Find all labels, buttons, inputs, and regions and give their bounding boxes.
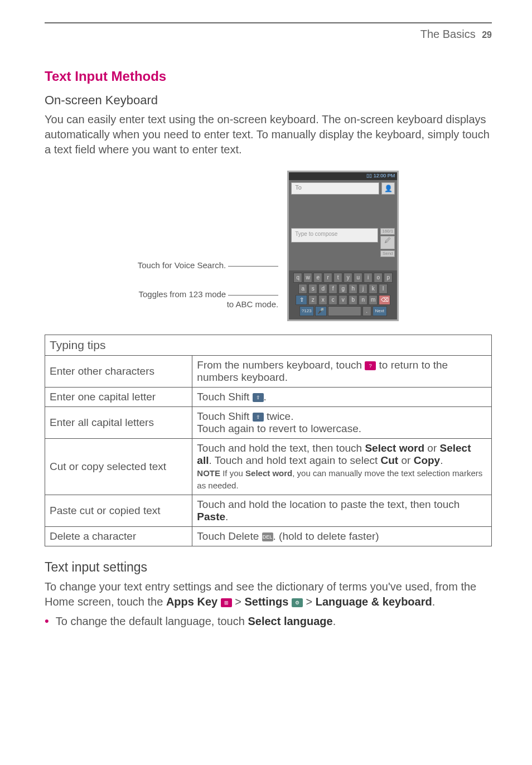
row-content: Touch and hold the location to paste the… <box>192 495 492 527</box>
typing-tips-table: Typing tips Enter other characters From … <box>45 335 492 546</box>
table-row: Delete a character Touch Delete DEL. (ho… <box>45 527 492 546</box>
key-d[interactable]: d <box>318 284 327 294</box>
key-p[interactable]: p <box>384 273 393 283</box>
bullet-icon: • <box>45 615 49 628</box>
to-input[interactable]: To <box>291 182 379 195</box>
key-h[interactable]: h <box>349 284 357 294</box>
status-bar: ▯▯ 12:00 PM <box>289 172 397 180</box>
key-e[interactable]: e <box>313 273 322 283</box>
header-title: The Basics <box>420 28 476 40</box>
onscreen-keyboard-heading: On-screen Keyboard <box>45 93 492 108</box>
key-t[interactable]: t <box>333 273 342 283</box>
section-title: Text Input Methods <box>45 69 492 84</box>
callouts: Touch for Voice Search. Toggles from 123… <box>138 173 278 318</box>
row-label: Enter other characters <box>45 356 192 388</box>
row-content: Touch Delete DEL. (hold to delete faster… <box>192 527 492 546</box>
key-l[interactable]: l <box>379 284 388 294</box>
row-label: Paste cut or copied text <box>45 495 192 527</box>
row-content: Touch Shift ⇧. <box>192 388 492 407</box>
settings-body: To change your text entry settings and s… <box>45 579 492 609</box>
table-row: Enter all capital letters Touch Shift ⇧ … <box>45 407 492 439</box>
page-number: 29 <box>482 30 492 40</box>
key-x[interactable]: x <box>318 295 327 305</box>
onscreen-keyboard-body: You can easily enter text using the on-s… <box>45 112 492 157</box>
table-row: Paste cut or copied text Touch and hold … <box>45 495 492 527</box>
row-label: Delete a character <box>45 527 192 546</box>
key-y[interactable]: y <box>344 273 352 283</box>
table-row: Enter other characters From the numbers … <box>45 356 492 388</box>
key-i[interactable]: i <box>364 273 373 283</box>
key-u[interactable]: u <box>354 273 362 283</box>
figure-area: Touch for Voice Search. Toggles from 123… <box>45 171 492 321</box>
attach-button[interactable]: 🖉 <box>380 236 395 249</box>
status-time: 12:00 PM <box>374 173 395 178</box>
row-label: Enter all capital letters <box>45 407 192 439</box>
bullet-item: • To change the default language, touch … <box>45 615 492 628</box>
key-backspace[interactable]: ⌫ <box>379 295 390 305</box>
key-f[interactable]: f <box>328 284 337 294</box>
table-row: Enter one capital letter Touch Shift ⇧. <box>45 388 492 407</box>
key-m[interactable]: m <box>369 295 378 305</box>
key-j[interactable]: j <box>359 284 367 294</box>
key-q[interactable]: q <box>293 273 302 283</box>
key-w[interactable]: w <box>303 273 312 283</box>
callout-voice: Touch for Voice Search. <box>138 260 278 270</box>
key-next[interactable]: Next <box>373 306 387 316</box>
numbers-key-icon: ?123 <box>365 361 376 370</box>
callout-toggle: Toggles from 123 mode to ABC mode. <box>138 289 278 309</box>
row-label: Cut or copy selected text <box>45 439 192 495</box>
note-label: NOTE <box>197 468 220 478</box>
page-header: The Basics 29 <box>45 28 492 41</box>
delete-icon: DEL <box>262 532 273 541</box>
shift-icon: ⇧ <box>253 413 264 422</box>
keyboard: q w e r t y u i o p a s d f g h j k l <box>289 270 397 319</box>
text-input-settings-heading: Text input settings <box>45 560 492 575</box>
key-b[interactable]: b <box>349 295 357 305</box>
signal-icon: ▯▯ <box>366 173 372 178</box>
key-n[interactable]: n <box>359 295 367 305</box>
row-content: Touch Shift ⇧ twice. Touch again to reve… <box>192 407 492 439</box>
table-row: Cut or copy selected text Touch and hold… <box>45 439 492 495</box>
key-c[interactable]: c <box>328 295 337 305</box>
char-count: 160/1 <box>380 228 395 235</box>
key-k[interactable]: k <box>369 284 378 294</box>
contact-button[interactable]: 👤 <box>381 182 395 195</box>
key-o[interactable]: o <box>374 273 383 283</box>
settings-icon: ⚙ <box>292 598 303 607</box>
row-content: Touch and hold the text, then touch Sele… <box>192 439 492 495</box>
phone-mockup: ▯▯ 12:00 PM To 👤 Type to compose 160/1 🖉… <box>287 171 399 321</box>
key-mode[interactable]: ?123 <box>299 306 314 316</box>
apps-key-icon: ⊞ <box>221 598 232 607</box>
key-z[interactable]: z <box>308 295 317 305</box>
key-shift[interactable]: ⇧ <box>296 295 307 305</box>
key-s[interactable]: s <box>308 284 317 294</box>
key-period[interactable]: . <box>362 306 371 316</box>
compose-input[interactable]: Type to compose <box>291 228 378 243</box>
key-g[interactable]: g <box>338 284 347 294</box>
key-space[interactable] <box>328 306 361 316</box>
key-a[interactable]: a <box>298 284 307 294</box>
table-header: Typing tips <box>45 335 492 356</box>
key-r[interactable]: r <box>323 273 332 283</box>
row-content: From the numbers keyboard, touch ?123 to… <box>192 356 492 388</box>
send-button[interactable]: Send <box>380 250 395 257</box>
key-v[interactable]: v <box>338 295 347 305</box>
shift-icon: ⇧ <box>253 393 264 402</box>
key-voice[interactable]: 🎤 <box>315 306 327 316</box>
row-label: Enter one capital letter <box>45 388 192 407</box>
